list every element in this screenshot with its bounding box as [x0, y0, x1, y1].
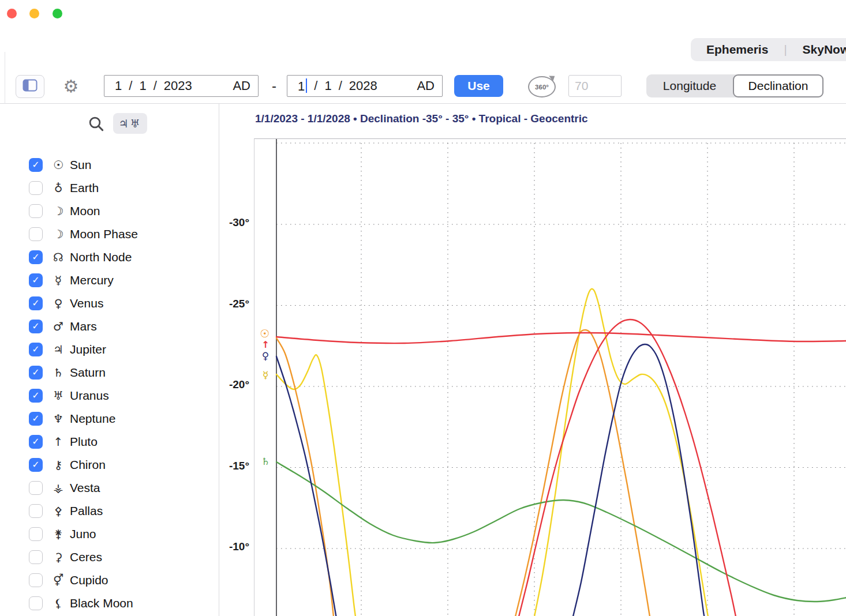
search-icon[interactable]: [88, 115, 105, 135]
rotation-360-icon[interactable]: 360°: [528, 76, 556, 97]
marker-pluto-icon: ↑: [261, 339, 269, 350]
sidebar-item-sun[interactable]: ✓☉Sun: [0, 153, 219, 176]
checkbox-checked[interactable]: ✓: [29, 366, 43, 380]
curve-venus: [573, 344, 705, 616]
sidebar-item-saturn[interactable]: ✓♄Saturn: [0, 361, 219, 384]
start-year[interactable]: 2023: [164, 78, 192, 93]
checkbox-unchecked[interactable]: [29, 481, 43, 495]
checkmark-icon: ✓: [32, 414, 39, 423]
minimize-button[interactable]: [29, 9, 39, 18]
text-caret: [306, 78, 307, 93]
checkbox-checked[interactable]: ✓: [29, 158, 43, 172]
end-era[interactable]: AD: [417, 78, 435, 93]
checkbox-unchecked[interactable]: [29, 181, 43, 195]
checkbox-unchecked[interactable]: [29, 527, 43, 541]
planet-label: Venus: [70, 296, 103, 310]
end-date-field[interactable]: 1 / 1 / 2028 AD: [287, 75, 443, 97]
view-tab-bar: Ephemeris | SkyNow: [691, 38, 846, 61]
sidebar-item-pallas[interactable]: ⚴Pallas: [0, 499, 219, 523]
settings-gear-button[interactable]: ⚙: [59, 74, 83, 97]
planet-label: Moon: [70, 204, 100, 218]
checkbox-checked[interactable]: ✓: [29, 412, 43, 426]
planet-label: Pallas: [70, 504, 103, 518]
checkbox-unchecked[interactable]: [29, 596, 43, 610]
start-day[interactable]: 1: [139, 78, 146, 93]
planet-glyph-icon: ⚳: [51, 550, 66, 564]
slash: /: [154, 78, 157, 93]
sidebar-item-uranus[interactable]: ✓♅Uranus: [0, 384, 219, 407]
y-tick-label: -25°: [222, 298, 249, 310]
checkbox-checked[interactable]: ✓: [29, 343, 43, 356]
close-button[interactable]: [7, 9, 17, 18]
sidebar-toggle-button[interactable]: [16, 75, 44, 98]
end-day[interactable]: 1: [324, 78, 331, 93]
planet-glyph-icon: ♄: [51, 366, 66, 380]
checkbox-checked[interactable]: ✓: [29, 250, 43, 264]
end-month[interactable]: 1: [298, 78, 307, 94]
planet-label: Jupiter: [70, 343, 106, 356]
planet-pair-filter-button[interactable]: ♃♅: [113, 113, 147, 134]
planet-glyph-icon: ☽: [51, 204, 66, 218]
checkbox-checked[interactable]: ✓: [29, 389, 43, 403]
start-month[interactable]: 1: [115, 78, 122, 93]
start-date-field[interactable]: 1 / 1 / 2023 AD: [104, 75, 259, 97]
sidebar-item-earth[interactable]: ♁Earth: [0, 176, 219, 200]
planet-glyph-icon: ♂: [51, 320, 66, 333]
sidebar-item-moon[interactable]: ☽Moon: [0, 200, 219, 223]
checkbox-checked[interactable]: ✓: [29, 320, 43, 333]
sidebar-item-neptune[interactable]: ✓♆Neptune: [0, 407, 219, 430]
checkbox-checked[interactable]: ✓: [29, 458, 43, 472]
tab-skynow[interactable]: SkyNow: [787, 43, 846, 57]
sidebar-item-black-moon[interactable]: ⚸Black Moon: [0, 592, 219, 615]
slash: /: [339, 78, 342, 93]
planet-glyph-icon: ↑: [51, 435, 66, 449]
segment-declination[interactable]: Declination: [733, 74, 823, 97]
sidebar-item-juno[interactable]: ⚵Juno: [0, 523, 219, 546]
ephemeris-plot: ☉↑♀☿♄: [254, 138, 846, 616]
sidebar-item-vesta[interactable]: ⚶Vesta: [0, 476, 219, 499]
sidebar-item-ceres[interactable]: ⚳Ceres: [0, 546, 219, 569]
sidebar-item-pluto[interactable]: ✓↑Pluto: [0, 430, 219, 453]
sidebar-item-mercury[interactable]: ✓☿Mercury: [0, 269, 219, 292]
sidebar-item-north-node[interactable]: ✓☊North Node: [0, 246, 219, 269]
planet-glyph-icon: ♁: [51, 181, 66, 195]
harmonic-input[interactable]: 70: [568, 75, 622, 97]
checkbox-unchecked[interactable]: [29, 573, 43, 587]
y-tick-label: -10°: [222, 540, 249, 553]
sidebar-item-jupiter[interactable]: ✓♃Jupiter: [0, 338, 219, 361]
zoom-button[interactable]: [53, 9, 62, 18]
sidebar-item-cupido[interactable]: ⚥Cupido: [0, 569, 219, 592]
tab-ephemeris[interactable]: Ephemeris: [691, 43, 784, 57]
checkbox-checked[interactable]: ✓: [29, 296, 43, 310]
checkbox-checked[interactable]: ✓: [29, 435, 43, 449]
checkbox-unchecked[interactable]: [29, 504, 43, 518]
planet-label: Pluto: [70, 435, 98, 449]
checkbox-unchecked[interactable]: [29, 204, 43, 218]
checkmark-icon: ✓: [32, 276, 39, 285]
checkbox-unchecked[interactable]: [29, 227, 43, 241]
checkbox-unchecked[interactable]: [29, 550, 43, 564]
planet-label: Vesta: [70, 481, 100, 495]
planet-label: Cupido: [70, 573, 108, 587]
planet-glyph-icon: ☊: [51, 250, 66, 264]
start-era[interactable]: AD: [233, 78, 250, 93]
marker-sun-icon: ☉: [260, 327, 269, 340]
sidebar-item-venus[interactable]: ✓♀Venus: [0, 292, 219, 315]
planet-label: Black Moon: [70, 596, 133, 610]
use-button[interactable]: Use: [454, 75, 503, 97]
checkbox-checked[interactable]: ✓: [29, 273, 43, 287]
segment-longitude[interactable]: Longitude: [646, 74, 733, 97]
checkmark-icon: ✓: [32, 253, 39, 262]
sidebar-item-mars[interactable]: ✓♂Mars: [0, 315, 219, 338]
planet-label: Mercury: [70, 273, 114, 287]
planet-glyph-icon: ♃: [51, 343, 66, 356]
end-year[interactable]: 2028: [349, 78, 377, 93]
sidebar-toggle-icon: [23, 79, 38, 94]
mode-segmented-control: Longitude Declination: [646, 74, 823, 97]
planet-sidebar: ♃♅ ✓☉Sun♁Earth☽Moon☽Moon Phase✓☊North No…: [0, 104, 219, 616]
planet-glyph-icon: ⚸: [51, 596, 66, 610]
sidebar-item-moon-phase[interactable]: ☽Moon Phase: [0, 223, 219, 246]
y-tick-label: -20°: [222, 378, 249, 391]
sidebar-item-chiron[interactable]: ✓⚷Chiron: [0, 453, 219, 476]
curve-saturn: [276, 462, 846, 602]
